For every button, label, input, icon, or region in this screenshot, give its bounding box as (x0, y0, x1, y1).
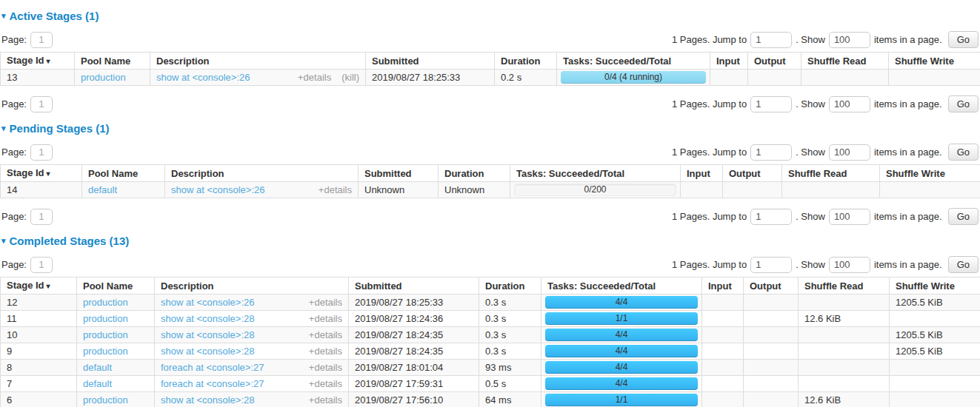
column-header-input[interactable]: Input (681, 165, 723, 182)
column-header-shuffle-write[interactable]: Shuffle Write (880, 165, 980, 182)
details-toggle-link[interactable]: +details (309, 362, 342, 373)
pool-name-link[interactable]: production (81, 72, 126, 83)
column-header-shuffle-read[interactable]: Shuffle Read (799, 278, 890, 295)
column-header-label: Submitted (364, 168, 412, 179)
column-header-input[interactable]: Input (702, 278, 744, 295)
jump-to-page-input[interactable] (750, 209, 792, 225)
column-header-pool-name[interactable]: Pool Name (75, 53, 150, 70)
stage-id-cell: 7 (1, 376, 77, 392)
column-header-description[interactable]: Description (155, 278, 349, 295)
column-header-shuffle-write[interactable]: Shuffle Write (889, 53, 980, 70)
column-header-tasks[interactable]: Tasks: Succeeded/Total (541, 278, 702, 295)
pool-name-link[interactable]: default (88, 184, 117, 195)
page-number-input[interactable] (30, 257, 53, 273)
stage-row: 7defaultforeach at <console>:27+details2… (1, 376, 980, 392)
stage-description-link[interactable]: foreach at <console>:27 (161, 378, 264, 389)
column-header-description[interactable]: Description (150, 53, 366, 70)
column-header-shuffle-read[interactable]: Shuffle Read (782, 165, 880, 182)
stage-id-cell: 13 (1, 70, 75, 86)
column-header-stage-id[interactable]: Stage Id▾ (1, 278, 77, 295)
show-items-input[interactable] (829, 144, 870, 161)
column-header-pool-name[interactable]: Pool Name (77, 278, 155, 295)
go-button[interactable]: Go (948, 31, 979, 48)
details-toggle-link[interactable]: +details (309, 297, 342, 308)
stage-description-link[interactable]: show at <console>:26 (171, 184, 264, 195)
stage-description-link[interactable]: foreach at <console>:27 (161, 362, 264, 373)
details-toggle-link[interactable]: +details (309, 313, 342, 324)
show-items-input[interactable] (829, 32, 870, 48)
tasks-progress-cell: 1/1 (541, 311, 702, 327)
stage-description-link[interactable]: show at <console>:28 (161, 394, 254, 406)
pool-name-link[interactable]: production (83, 313, 128, 324)
details-toggle-link[interactable]: +details (309, 329, 342, 340)
stage-description-link[interactable]: show at <console>:28 (161, 346, 254, 357)
show-items-input[interactable] (829, 209, 870, 225)
jump-to-page-input[interactable] (750, 96, 792, 112)
page-number-input[interactable] (30, 144, 53, 161)
go-button[interactable]: Go (948, 256, 979, 273)
column-header-submitted[interactable]: Submitted (366, 53, 495, 70)
show-items-input[interactable] (829, 257, 870, 273)
details-toggle-link[interactable]: +details (309, 378, 342, 389)
shuffle-read-cell: 12.6 KiB (799, 311, 890, 327)
stage-description-link[interactable]: show at <console>:28 (161, 313, 254, 324)
column-header-shuffle-read[interactable]: Shuffle Read (801, 53, 889, 70)
page-number-input[interactable] (30, 96, 53, 112)
column-header-output[interactable]: Output (723, 165, 782, 182)
description-wrap: show at <console>:26+details (161, 297, 342, 308)
stage-description-link[interactable]: show at <console>:28 (161, 329, 254, 340)
description-cell: show at <console>:28+details (155, 311, 349, 327)
pool-name-link[interactable]: default (83, 362, 112, 373)
show-items-input[interactable] (829, 96, 870, 112)
pool-name-link[interactable]: production (83, 297, 128, 308)
stage-description-link[interactable]: show at <console>:26 (161, 297, 254, 308)
description-cell: show at <console>:28+details (155, 343, 349, 360)
page-number-input[interactable] (30, 32, 53, 48)
pool-name-link[interactable]: production (83, 329, 128, 340)
pending-stages-heading[interactable]: ▾ Pending Stages (1) (1, 122, 980, 135)
column-header-tasks[interactable]: Tasks: Succeeded/Total (510, 165, 681, 182)
column-header-submitted[interactable]: Submitted (349, 278, 479, 295)
details-toggle-link[interactable]: +details (309, 346, 342, 357)
column-header-output[interactable]: Output (748, 53, 801, 70)
pool-name-link[interactable]: default (83, 378, 112, 389)
go-button[interactable]: Go (948, 95, 979, 112)
stage-description-link[interactable]: show at <console>:26 (156, 72, 250, 83)
shuffle-write-cell (889, 70, 980, 86)
jump-to-page-input[interactable] (750, 257, 792, 273)
completed-stages-heading[interactable]: ▾ Completed Stages (13) (1, 235, 980, 247)
page-number-input[interactable] (30, 209, 53, 225)
column-header-pool-name[interactable]: Pool Name (82, 165, 165, 182)
column-header-stage-id[interactable]: Stage Id▾ (1, 53, 75, 70)
column-header-shuffle-write[interactable]: Shuffle Write (890, 278, 980, 295)
stage-row: 9productionshow at <console>:28+details2… (1, 343, 980, 360)
column-header-stage-id[interactable]: Stage Id▾ (1, 165, 82, 182)
pool-name-link[interactable]: production (83, 394, 128, 406)
column-header-duration[interactable]: Duration (479, 278, 541, 295)
stage-id-cell: 12 (1, 295, 77, 311)
details-toggle-link[interactable]: +details (319, 184, 352, 195)
column-header-output[interactable]: Output (744, 278, 799, 295)
jump-to-page-input[interactable] (750, 32, 792, 48)
description-wrap: show at <console>:26+details (171, 184, 352, 195)
column-header-label: Shuffle Write (886, 168, 945, 179)
kill-stage-link[interactable]: (kill) (341, 72, 359, 83)
description-cell: show at <console>:26+details (155, 295, 349, 311)
column-header-submitted[interactable]: Submitted (359, 165, 439, 182)
tasks-progress-cell: 4/4 (541, 327, 702, 343)
column-header-duration[interactable]: Duration (439, 165, 510, 182)
column-header-input[interactable]: Input (710, 53, 748, 70)
details-toggle-link[interactable]: +details (298, 72, 331, 83)
column-header-duration[interactable]: Duration (495, 53, 557, 70)
duration-cell: 0.3 s (479, 343, 541, 360)
pages-count-text: 1 Pages. Jump to (672, 259, 747, 270)
column-header-tasks[interactable]: Tasks: Succeeded/Total (557, 53, 710, 70)
pool-name-link[interactable]: production (83, 346, 128, 357)
go-button[interactable]: Go (948, 144, 979, 161)
jump-to-page-input[interactable] (750, 144, 792, 161)
column-header-description[interactable]: Description (165, 165, 359, 182)
active-stages-heading[interactable]: ▾ Active Stages (1) (1, 10, 980, 22)
go-button[interactable]: Go (948, 208, 979, 225)
details-toggle-link[interactable]: +details (309, 394, 342, 406)
tasks-progress-label: 4/4 (616, 329, 628, 340)
